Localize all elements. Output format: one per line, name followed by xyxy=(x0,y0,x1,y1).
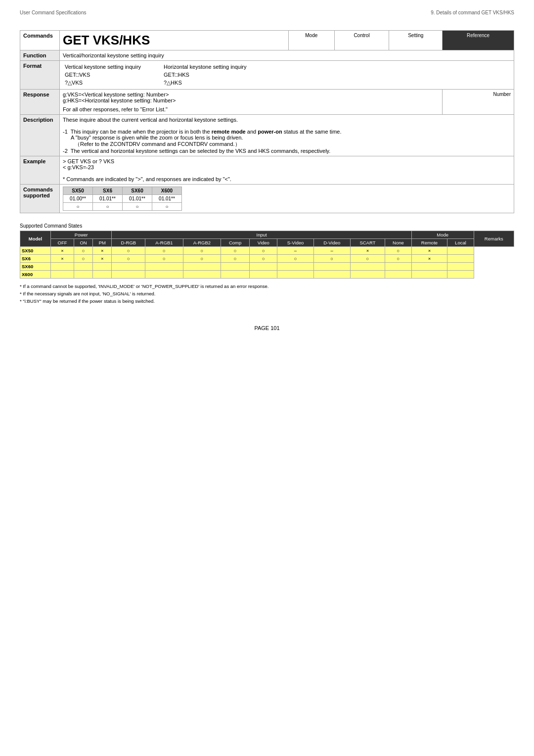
states-mode-header: Mode xyxy=(411,231,474,239)
sx60-remote xyxy=(411,263,447,271)
sx6-svideo: ○ xyxy=(277,255,313,263)
x600-on xyxy=(74,271,92,279)
command-table: Commands GET VKS/HKS Mode Control Settin… xyxy=(20,30,514,213)
sx6-on: ○ xyxy=(74,255,92,263)
states-power-header: Power xyxy=(51,231,112,239)
x600-header: X600 xyxy=(152,187,182,195)
supported-states-section: Supported Command States Model Power Inp… xyxy=(20,223,514,305)
sx50-comp: ○ xyxy=(221,247,250,255)
states-dvideo-header: D-Video xyxy=(313,239,350,247)
commands-supported-row: Commandssupported SX50 SX6 SX60 X600 01 xyxy=(20,185,514,213)
commands-supported-content: SX50 SX6 SX60 X600 01.00** 01.01** 01.01… xyxy=(60,185,514,213)
states-sx6-row: SX6 × ○ × ○ ○ ○ ○ ○ ○ ○ ○ ○ × xyxy=(20,255,514,263)
sx50-on: ○ xyxy=(74,247,92,255)
sx6-drgb: ○ xyxy=(112,255,145,263)
format-vertical-cmd1: GET□VKS xyxy=(63,71,162,79)
states-comp-header: Comp xyxy=(221,239,250,247)
x600-comp xyxy=(221,271,250,279)
format-horizontal-label: Horizontal keystone setting inquiry xyxy=(162,63,511,71)
page-header: User Command Specifications 9. Details o… xyxy=(20,10,514,15)
header-right: 9. Details of command GET VKS/HKS xyxy=(431,10,514,15)
states-input-header: Input xyxy=(112,231,411,239)
x600-dvideo xyxy=(313,271,350,279)
states-on-header: ON xyxy=(74,239,92,247)
sx50-video: ○ xyxy=(250,247,277,255)
description-content: These inquire about the current vertical… xyxy=(60,115,514,156)
states-sx50-row: SX50 × ○ × ○ ○ ○ ○ ○ – – × ○ × xyxy=(20,247,514,255)
control-tab: Control xyxy=(334,31,389,50)
function-content: Vertical/horizontal keystone setting inq… xyxy=(60,50,514,61)
sx50-off: × xyxy=(51,247,74,255)
format-vertical-label: Vertical keystone setting inquiry xyxy=(63,63,162,71)
states-local-header: Local xyxy=(447,239,474,247)
example-line1: > GET VKS or ? VKS xyxy=(63,158,511,164)
format-horizontal-cmd2: ?△HKS xyxy=(162,79,511,87)
commands-label: Commands xyxy=(20,31,60,50)
sx50-pm: × xyxy=(93,247,112,255)
states-pm-header: PM xyxy=(93,239,112,247)
sx6-comp: ○ xyxy=(221,255,250,263)
sx6-argb1: ○ xyxy=(145,255,183,263)
sx60-dvideo xyxy=(313,263,350,271)
sx60-pm xyxy=(93,263,112,271)
commands-supported-label: Commandssupported xyxy=(20,185,60,213)
sx50-drgb: ○ xyxy=(112,247,145,255)
sx60-svideo xyxy=(277,263,313,271)
sx6-argb2: ○ xyxy=(183,255,221,263)
sx6-video: ○ xyxy=(250,255,277,263)
version-row: 01.00** 01.01** 01.01** 01.01** xyxy=(63,195,511,203)
states-video-header: Video xyxy=(250,239,277,247)
sx6-none: ○ xyxy=(385,255,412,263)
response-row: Response g:VKS=<Vertical keystone settin… xyxy=(20,90,514,115)
sx60-on xyxy=(74,263,92,271)
function-row: Function Vertical/horizontal keystone se… xyxy=(20,50,514,61)
states-argb1-header: A-RGB1 xyxy=(145,239,183,247)
desc-line-3: A "busy" response is given while the zoo… xyxy=(63,135,511,141)
states-svideo-header: S-Video xyxy=(277,239,313,247)
sx6-header: SX6 xyxy=(93,187,123,195)
sx6-version: 01.01** xyxy=(93,195,123,203)
supported-inner-table: SX50 SX6 SX60 X600 01.00** 01.01** 01.01… xyxy=(63,187,511,211)
states-off-header: OFF xyxy=(51,239,74,247)
sx50-circle: ○ xyxy=(63,203,93,211)
sx6-remote: × xyxy=(411,255,447,263)
states-drgb-header: D-RGB xyxy=(112,239,145,247)
response-ref: Number xyxy=(443,90,514,115)
states-x600-row: X600 xyxy=(20,271,514,279)
sx50-dvideo: – xyxy=(313,247,350,255)
states-sx60-row: SX60 xyxy=(20,263,514,271)
format-content: Vertical keystone setting inquiry Horizo… xyxy=(60,61,514,90)
supported-states-title: Supported Command States xyxy=(20,223,514,229)
x600-none xyxy=(385,271,412,279)
states-scart-header: SCART xyxy=(350,239,385,247)
sx60-header: SX60 xyxy=(123,187,152,195)
sx50-svideo: – xyxy=(277,247,313,255)
x600-video xyxy=(250,271,277,279)
sx60-version: 01.01** xyxy=(123,195,152,203)
x600-drgb xyxy=(112,271,145,279)
response-label: Response xyxy=(20,90,60,115)
sx60-scart xyxy=(350,263,385,271)
x600-scart xyxy=(350,271,385,279)
example-row: Example > GET VKS or ? VKS < g:VKS=-23 *… xyxy=(20,156,514,185)
format-vertical-cmd2: ?△VKS xyxy=(63,79,162,87)
format-horizontal-cmd1: GET□HKS xyxy=(162,71,511,79)
page-number: PAGE 101 xyxy=(20,325,514,331)
states-model-header: Model xyxy=(20,231,51,247)
desc-line-5: -2 The vertical and horizontal keystone … xyxy=(63,148,511,154)
header-left: User Command Specifications xyxy=(20,10,87,15)
sx50-none: ○ xyxy=(385,247,412,255)
states-x600-model: X600 xyxy=(20,271,51,279)
command-title: GET VKS/HKS xyxy=(60,31,289,50)
x600-remote xyxy=(411,271,447,279)
states-argb2-header: A-RGB2 xyxy=(183,239,221,247)
sx60-remarks xyxy=(447,263,474,271)
sx50-argb2: ○ xyxy=(183,247,221,255)
response-line2: g:HKS=<Horizontal keystone setting: Numb… xyxy=(63,97,439,103)
sx6-remarks xyxy=(447,255,474,263)
sx50-header: SX50 xyxy=(63,187,93,195)
x600-circle: ○ xyxy=(152,203,182,211)
desc-line-4: （Refer to the ZCONTDRV command and FCONT… xyxy=(63,141,511,148)
sx50-remarks xyxy=(447,247,474,255)
footnotes: * If a command cannot be supported, 'INV… xyxy=(20,283,514,305)
